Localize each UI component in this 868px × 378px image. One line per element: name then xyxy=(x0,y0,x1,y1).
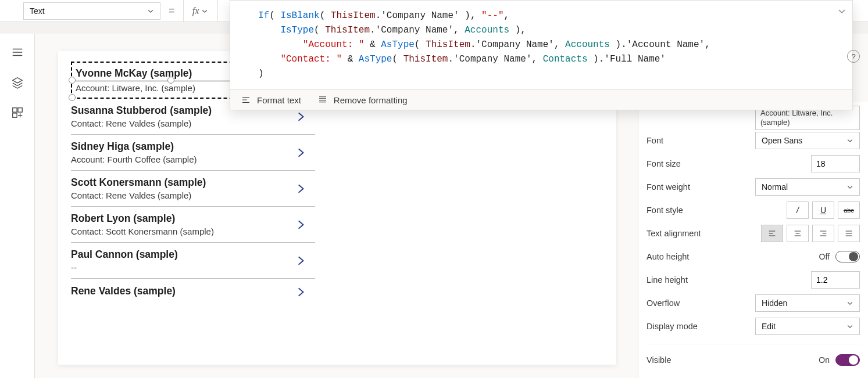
svg-rect-1 xyxy=(17,108,22,112)
formula-editor[interactable]: If( IsBlank( ThisItem.'Company Name' ), … xyxy=(230,0,853,110)
line-height-input[interactable] xyxy=(811,271,860,289)
align-justify-button[interactable] xyxy=(838,225,860,242)
font-size-label: Font size xyxy=(646,159,681,168)
chevron-down-icon xyxy=(147,8,154,15)
align-left-button[interactable] xyxy=(761,225,783,242)
font-select[interactable]: Open Sans xyxy=(755,132,860,149)
help-icon[interactable]: ? xyxy=(847,50,860,63)
equals-sign: = xyxy=(160,0,183,21)
chevron-right-icon[interactable] xyxy=(293,253,308,268)
fx-label: fx xyxy=(192,6,199,16)
chevron-right-icon[interactable] xyxy=(293,145,308,160)
format-text-label: Format text xyxy=(257,95,301,105)
list-item-subtitle: Contact: Rene Valdes (sample) xyxy=(71,190,293,200)
visible-state: On xyxy=(819,355,830,365)
list-item-title: Scott Konersmann (sample) xyxy=(71,177,293,189)
chevron-down-icon xyxy=(201,8,208,15)
chevron-down-icon xyxy=(846,183,853,190)
list-item[interactable]: Rene Valdes (sample) xyxy=(71,279,315,305)
font-size-input[interactable] xyxy=(811,155,860,172)
list-item-subtitle: -- xyxy=(71,262,293,272)
remove-formatting-icon xyxy=(317,95,328,105)
fx-button[interactable]: fx xyxy=(183,0,218,21)
display-mode-select[interactable]: Edit xyxy=(755,318,860,335)
list-item-title: Rene Valdes (sample) xyxy=(71,285,293,297)
resize-handle[interactable] xyxy=(69,77,76,84)
formula-text[interactable]: If( IsBlank( ThisItem.'Company Name' ), … xyxy=(230,1,852,89)
chevron-down-icon xyxy=(846,137,853,144)
properties-panel: Text Account: Litware, Inc. (sample) Fon… xyxy=(638,102,868,378)
property-selector-label: Text xyxy=(30,6,45,16)
list-item-subtitle: Account: Fourth Coffee (sample) xyxy=(71,154,293,164)
font-label: Font xyxy=(646,136,663,145)
collapse-formula-icon[interactable] xyxy=(837,6,846,17)
auto-height-label: Auto height xyxy=(646,252,689,261)
text-align-label: Text alignment xyxy=(646,229,701,238)
overflow-label: Overflow xyxy=(646,298,680,308)
list-item[interactable]: Paul Cannon (sample) -- xyxy=(71,243,315,279)
list-item[interactable]: Robert Lyon (sample) Contact: Scott Kone… xyxy=(71,207,315,243)
visible-label: Visible xyxy=(646,355,671,365)
display-mode-label: Display mode xyxy=(646,322,698,331)
auto-height-state: Off xyxy=(819,252,830,261)
chevron-down-icon xyxy=(846,300,853,307)
list-item-title: Paul Cannon (sample) xyxy=(71,249,293,261)
remove-formatting-label: Remove formatting xyxy=(334,95,408,105)
underline-button[interactable]: U xyxy=(812,201,834,219)
resize-handle[interactable] xyxy=(167,77,174,84)
auto-height-toggle[interactable] xyxy=(835,251,860,262)
line-height-label: Line height xyxy=(646,275,688,285)
chevron-right-icon[interactable] xyxy=(293,217,308,232)
list-item-subtitle: Contact: Scott Konersmann (sample) xyxy=(71,226,293,236)
visible-toggle[interactable] xyxy=(835,354,860,366)
svg-rect-0 xyxy=(12,108,16,112)
formula-toolbar: Format text Remove formatting xyxy=(230,89,852,110)
align-right-button[interactable] xyxy=(812,225,834,242)
list-item-title: Sidney Higa (sample) xyxy=(71,141,293,153)
font-weight-select[interactable]: Normal xyxy=(755,178,860,196)
chevron-down-icon xyxy=(846,323,853,330)
chevron-right-icon[interactable] xyxy=(293,181,308,196)
overflow-select[interactable]: Hidden xyxy=(755,294,860,312)
chevron-right-icon[interactable] xyxy=(293,285,308,300)
font-weight-label: Font weight xyxy=(646,182,690,192)
property-selector[interactable]: Text xyxy=(23,2,160,20)
format-text-icon xyxy=(241,95,251,105)
list-item-title: Robert Lyon (sample) xyxy=(71,213,293,225)
insert-icon[interactable] xyxy=(10,106,24,120)
italic-button[interactable]: / xyxy=(787,201,809,219)
property-selector-wrap: Text xyxy=(0,0,160,21)
remove-formatting-button[interactable]: Remove formatting xyxy=(317,95,408,105)
left-rail xyxy=(0,34,35,378)
list-item[interactable]: Scott Konersmann (sample) Contact: Rene … xyxy=(71,171,315,207)
resize-handle[interactable] xyxy=(69,94,76,101)
chevron-right-icon[interactable] xyxy=(293,109,308,124)
hamburger-icon[interactable] xyxy=(10,45,24,59)
strikethrough-button[interactable]: abc xyxy=(838,201,860,219)
list-item[interactable]: Sidney Higa (sample) Account: Fourth Cof… xyxy=(71,135,315,171)
layers-icon[interactable] xyxy=(10,75,24,89)
list-item-subtitle: Contact: Rene Valdes (sample) xyxy=(71,118,293,128)
font-style-label: Font style xyxy=(646,206,683,215)
align-center-button[interactable] xyxy=(787,225,809,242)
svg-rect-2 xyxy=(12,113,16,117)
format-text-button[interactable]: Format text xyxy=(241,95,301,105)
